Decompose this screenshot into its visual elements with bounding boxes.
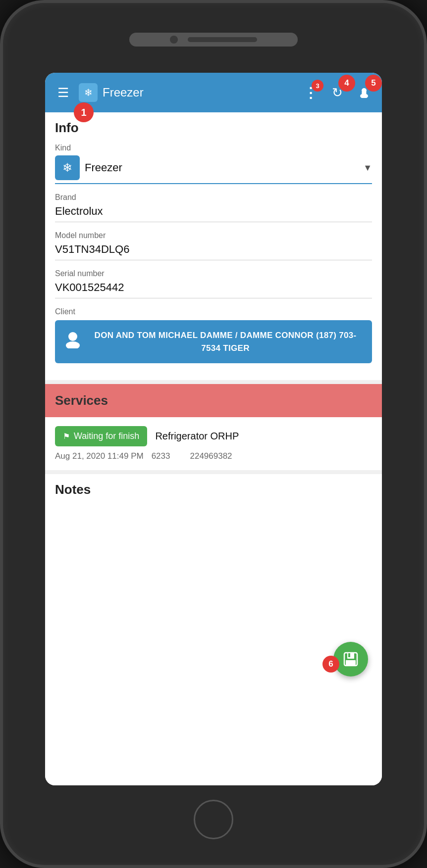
kind-snowflake-icon: ❄ <box>62 161 72 175</box>
brand-label: Brand <box>55 193 372 202</box>
status-badge: ⚑ Waiting for finish <box>55 426 147 446</box>
model-value[interactable]: V51TN34DLQ6 <box>55 243 372 260</box>
menu-icon: ☰ <box>57 85 69 100</box>
kind-value: Freezer <box>85 161 358 174</box>
speaker-bar <box>188 37 257 42</box>
profile-button[interactable]: ● 5 <box>355 84 373 101</box>
kind-icon-box: ❄ <box>55 155 80 180</box>
screen: ☰ ❄ Freezer 1 ⋮ 3 ↻ 4 <box>45 73 382 785</box>
status-label: Waiting for finish <box>74 431 139 441</box>
notes-title: Notes <box>55 482 372 497</box>
serial-value[interactable]: VK001525442 <box>55 281 372 298</box>
svg-point-0 <box>362 88 367 93</box>
refresh-button[interactable]: ↻ 4 <box>328 84 346 101</box>
save-fab-button[interactable] <box>333 642 368 676</box>
camera-dot <box>170 36 178 44</box>
kind-field-group: Kind ❄ Freezer ▼ <box>55 144 372 184</box>
save-icon <box>343 651 359 667</box>
kind-label: Kind <box>55 144 372 152</box>
dropdown-arrow-icon: ▼ <box>363 163 372 173</box>
client-label: Client <box>55 307 372 316</box>
client-person-icon <box>65 332 81 352</box>
step-badge-5: 5 <box>365 75 382 92</box>
phone-shell: ☰ ❄ Freezer 1 ⋮ 3 ↻ 4 <box>0 0 427 868</box>
content-scroll[interactable]: Info Kind ❄ Freezer ▼ Brand Electrolu <box>45 112 382 785</box>
services-section: Services ⚑ Waiting for finish Refrigerat… <box>45 384 382 474</box>
services-header: Services <box>45 384 382 417</box>
client-field-group: Client DON AND TOM MICHAEL DAMME / DAMME… <box>55 307 372 363</box>
serial-label: Serial number <box>55 269 372 278</box>
service-name: Refrigerator ORHP <box>155 431 239 442</box>
model-label: Model number <box>55 231 372 240</box>
svg-point-3 <box>66 341 80 348</box>
service-top-row: ⚑ Waiting for finish Refrigerator ORHP <box>55 426 372 446</box>
service-item[interactable]: ⚑ Waiting for finish Refrigerator ORHP A… <box>45 417 382 470</box>
app-bar-actions: ⋮ 3 ↻ 4 ● 5 <box>302 84 373 101</box>
svg-point-2 <box>68 332 77 341</box>
svg-point-1 <box>360 94 368 98</box>
step-badge-1: 1 <box>74 102 94 122</box>
service-date: Aug 21, 2020 11:49 PM <box>55 451 144 461</box>
app-title: Freezer <box>103 86 144 99</box>
menu-button[interactable]: ☰ <box>54 84 72 101</box>
more-options-button[interactable]: ⋮ 3 <box>302 84 320 101</box>
svg-rect-6 <box>346 660 356 665</box>
step-badge-4: 4 <box>338 75 355 92</box>
service-numbers: 6233 224969382 <box>152 451 232 461</box>
home-button[interactable] <box>194 800 233 839</box>
client-button[interactable]: DON AND TOM MICHAEL DAMME / DAMME CONNOR… <box>55 320 372 363</box>
snowflake-icon: ❄ <box>79 83 98 102</box>
app-bar-title-group: ❄ Freezer 1 <box>79 83 295 102</box>
brand-value[interactable]: Electrolux <box>55 205 372 222</box>
info-section-title: Info <box>55 120 372 136</box>
kind-dropdown[interactable]: ❄ Freezer ▼ <box>55 155 372 184</box>
services-title: Services <box>55 393 372 408</box>
serial-field-group: Serial number VK001525442 <box>55 269 372 298</box>
app-bar: ☰ ❄ Freezer 1 ⋮ 3 ↻ 4 <box>45 73 382 112</box>
service-bottom-row: Aug 21, 2020 11:49 PM 6233 224969382 <box>55 451 372 461</box>
more-badge: 3 <box>312 80 323 92</box>
step-badge-6: 6 <box>322 656 339 673</box>
brand-field-group: Brand Electrolux <box>55 193 372 222</box>
client-name-text: DON AND TOM MICHAEL DAMME / DAMME CONNOR… <box>89 329 362 354</box>
svg-rect-7 <box>348 653 350 657</box>
service-number-1: 6233 <box>152 451 170 461</box>
service-number-2: 224969382 <box>190 451 232 461</box>
notes-section: Notes <box>45 474 382 505</box>
phone-top-bar <box>129 33 298 47</box>
flag-icon: ⚑ <box>63 432 70 441</box>
model-field-group: Model number V51TN34DLQ6 <box>55 231 372 260</box>
info-section: Info Kind ❄ Freezer ▼ Brand Electrolu <box>45 112 382 384</box>
